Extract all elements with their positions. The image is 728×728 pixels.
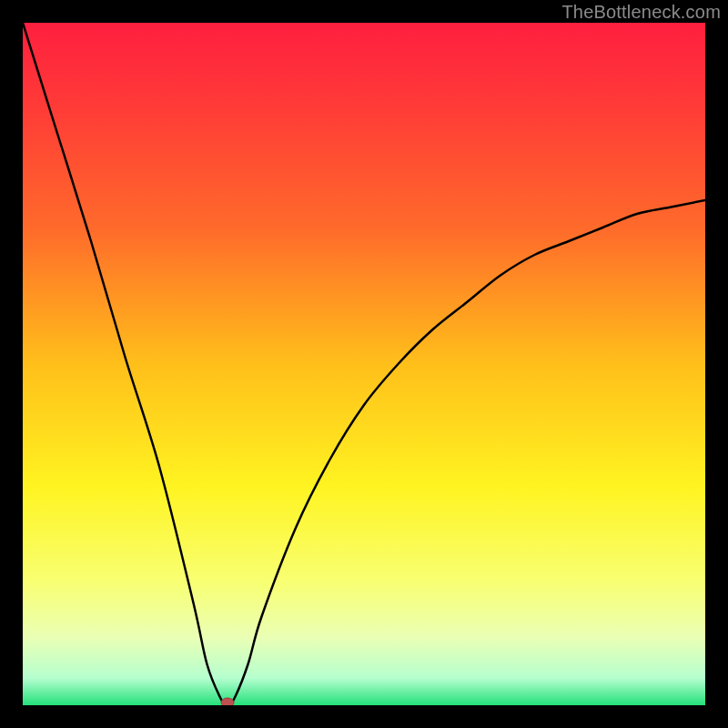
gradient-background — [23, 23, 705, 705]
chart-area — [23, 23, 705, 705]
chart-svg — [23, 23, 705, 705]
outer-frame: TheBottleneck.com — [0, 0, 728, 728]
optimal-point-marker — [221, 698, 234, 705]
watermark-text: TheBottleneck.com — [561, 2, 721, 23]
